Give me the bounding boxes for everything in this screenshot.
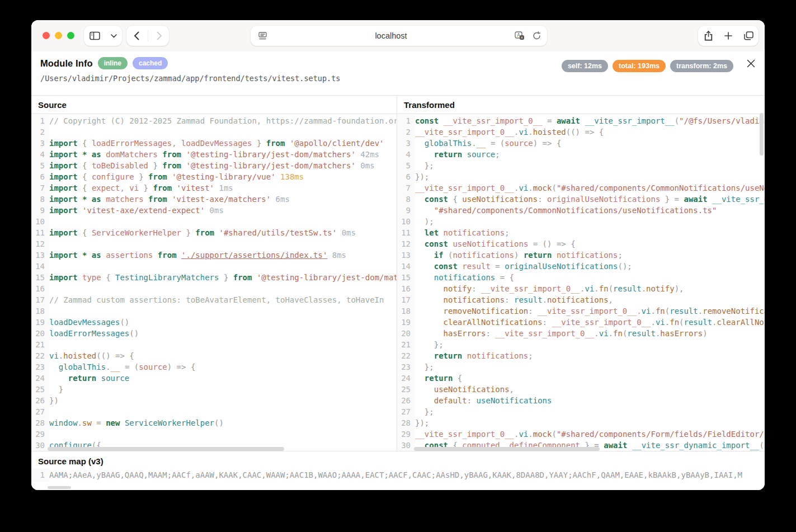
code-token: = ( <box>486 139 505 148</box>
code-token: . <box>665 318 670 327</box>
code-line: 9 "#shared/components/CommonNotification… <box>397 205 765 216</box>
code-token: __ <box>477 139 486 148</box>
timing-metrics: self: 12ms total: 193ms transform: 2ms <box>562 60 733 72</box>
code-token: __ <box>111 362 120 371</box>
share-icon[interactable] <box>700 26 717 45</box>
code-line: 21 }; <box>397 339 765 350</box>
code-token: ; <box>528 351 533 360</box>
code-token: fn <box>656 307 665 316</box>
url-text: localhost <box>271 31 511 40</box>
code-line: 12 const useNotifications = () => { <box>397 238 765 249</box>
code-line: 22 return notifications; <box>397 350 765 361</box>
sidebar-icon[interactable] <box>86 26 103 45</box>
code-line: 2__vite_ssr_import_0__.vi.hoisted(() => … <box>397 126 765 138</box>
transformed-vertical-scrollbar[interactable] <box>760 113 764 156</box>
code-token: } <box>148 161 162 170</box>
line-number: 10 <box>31 216 49 227</box>
code-line: 21 <box>31 339 397 350</box>
line-number: 2 <box>397 126 415 138</box>
module-file-path: /Users/vladimir/Projects/zammad/app/fron… <box>40 74 340 83</box>
code-token: __vite_ssr_import_0__ <box>552 318 651 327</box>
line-number: 16 <box>397 283 415 294</box>
code-token: result <box>670 307 698 316</box>
line-number: 28 <box>397 417 415 429</box>
code-token: const <box>415 116 439 125</box>
code-token: { <box>78 172 92 181</box>
code-line: 17 notifications: result.notifications, <box>397 294 765 305</box>
line-number: 26 <box>397 395 415 406</box>
code-token: from <box>162 161 181 170</box>
assertions-file-link[interactable]: './support/assertions/index.ts' <box>181 251 327 260</box>
line-number: 3 <box>397 138 415 149</box>
code-token <box>415 318 444 327</box>
inline-badge: inline <box>98 57 128 69</box>
code-token: . <box>637 307 641 316</box>
minimize-window-button[interactable] <box>55 32 62 39</box>
line-number: 22 <box>31 350 49 361</box>
code-token: source <box>96 374 129 383</box>
code-token: __vite_ssr_import_0__ <box>439 116 542 125</box>
forward-button[interactable] <box>151 26 168 45</box>
transformed-panel-title: Transformed <box>397 96 765 114</box>
zoom-window-button[interactable] <box>67 32 74 39</box>
line-number: 27 <box>31 406 49 417</box>
code-line: 16 notify: __vite_ssr_import_0__.vi.fn(r… <box>397 283 765 294</box>
code-token: ( <box>609 284 613 293</box>
code-token: 0ms <box>356 161 375 170</box>
code-line: 29 <box>31 429 397 440</box>
address-bar[interactable]: localhost A x <box>251 26 547 46</box>
code-token: { <box>78 161 92 170</box>
transformed-panel: Transformed 1const __vite_ssr_import_0__… <box>397 96 765 451</box>
transformed-horizontal-scrollbar[interactable] <box>414 447 600 451</box>
reload-icon[interactable] <box>528 26 545 45</box>
translate-icon[interactable]: A x <box>511 26 528 45</box>
code-token: toBeDisabled <box>92 161 148 170</box>
code-token: = () => { <box>528 239 575 248</box>
sourcemap-horizontal-scrollbar[interactable] <box>48 486 71 489</box>
code-line: 8 const { useNotifications: originalUseN… <box>397 194 765 205</box>
code-token: import <box>49 172 78 181</box>
new-tab-icon[interactable] <box>720 26 737 45</box>
code-token: ( <box>759 441 764 450</box>
close-icon[interactable] <box>743 56 758 70</box>
code-token: , <box>120 183 129 192</box>
code-token: '@testing-library/jest-dom/matchers' <box>181 150 356 159</box>
line-number: 28 <box>31 417 49 429</box>
code-line: 3 globalThis.__ = (source) => { <box>397 138 765 149</box>
code-token: const <box>425 239 448 248</box>
sidebar-button-group <box>84 26 122 46</box>
code-token: useNotifications <box>462 195 538 204</box>
sourcemap-line-number: 1 <box>31 468 49 482</box>
tab-overview-icon[interactable] <box>740 26 757 45</box>
line-number: 6 <box>397 171 415 182</box>
code-token: ( <box>679 318 684 327</box>
source-horizontal-scrollbar[interactable] <box>48 447 284 451</box>
code-token: }); <box>415 418 429 427</box>
code-token: clearAllNotifications <box>717 318 765 327</box>
code-line: 16 <box>31 283 397 294</box>
code-token: ( <box>444 251 453 260</box>
code-token: 0ms <box>337 228 356 237</box>
code-token: vi <box>519 430 528 439</box>
code-line: 27 }; <box>397 406 765 417</box>
code-token: , <box>609 295 613 304</box>
code-token: import <box>49 228 78 237</box>
code-line: 11 let notifications; <box>397 227 765 238</box>
code-token: ); <box>415 217 434 226</box>
code-token <box>415 295 444 304</box>
reader-icon[interactable] <box>254 26 271 45</box>
code-token: : <box>528 307 538 316</box>
code-token: from <box>266 139 285 148</box>
line-number: 20 <box>397 328 415 339</box>
close-window-button[interactable] <box>43 32 50 39</box>
code-token: 'vitest-axe/matchers' <box>167 195 271 204</box>
code-token <box>177 251 181 260</box>
chevron-down-icon[interactable] <box>107 26 120 45</box>
code-token: assertions <box>101 251 153 260</box>
back-button[interactable] <box>128 26 145 45</box>
code-line: 19loadDevMessages() <box>31 317 397 328</box>
line-number: 30 <box>397 440 415 451</box>
line-number: 24 <box>397 373 415 384</box>
code-line: 24 return source <box>31 373 397 384</box>
code-token: mock <box>533 430 552 439</box>
